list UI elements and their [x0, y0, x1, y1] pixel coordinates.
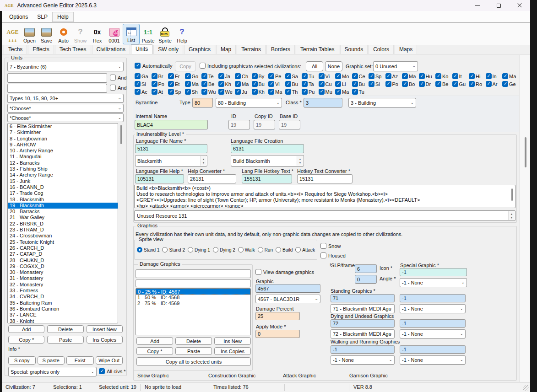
- damage-graphics-list[interactable]: 0 - 25 % - ID: 45671 - 50 % - ID: 45682 …: [136, 288, 251, 335]
- civ-toggle[interactable]: Dr: [419, 81, 436, 87]
- damage-list-item[interactable]: 2 - 75 % - ID: 4569: [136, 301, 250, 306]
- unit-action-button[interactable]: Ins Copies: [87, 336, 123, 344]
- panel-scrollbar-track[interactable]: [519, 55, 530, 382]
- damage-action-button[interactable]: Add: [136, 337, 173, 345]
- toolbar-paste-button[interactable]: 1:1 Paste: [140, 24, 157, 44]
- tab[interactable]: Terrain Tables: [296, 45, 339, 54]
- toolbar-show-button[interactable]: ? Show: [72, 24, 89, 44]
- and-checkbox-1[interactable]: And: [110, 75, 127, 81]
- slp-frame-field-1[interactable]: 6: [355, 264, 377, 273]
- unit-list-item[interactable]: 14 - Archery Range: [8, 172, 118, 178]
- walking-graphic-field-1[interactable]: -1: [331, 345, 395, 354]
- panel-scrollbar-thumb[interactable]: [525, 137, 526, 167]
- help-description-textarea[interactable]: Build <b>Blacksmith<b> (<cost>)Used to r…: [134, 185, 515, 208]
- toolbar-help-button[interactable]: ? Help: [174, 24, 190, 44]
- choose-dropdown-1[interactable]: *Choose*: [7, 104, 124, 113]
- unit-list-item[interactable]: 25 - Teutonic Knight: [8, 239, 118, 245]
- dying-graphic-field-1[interactable]: 72: [331, 319, 395, 328]
- civ-toggle[interactable]: Be: [201, 81, 218, 87]
- spinner-buttons[interactable]: [508, 211, 515, 220]
- including-graphics-checkbox[interactable]: Including graphics: [200, 63, 248, 69]
- unit-action-button[interactable]: S copy: [8, 356, 36, 365]
- dying-graphic-field-2[interactable]: -1: [400, 319, 466, 328]
- toolbar-save-button[interactable]: Save: [38, 24, 55, 44]
- special-mode-dropdown[interactable]: Special: graphics only: [8, 367, 97, 376]
- civ-toggle[interactable]: At: [152, 89, 168, 95]
- standing-graphic-field-2[interactable]: -1: [400, 294, 466, 302]
- unit-list-item[interactable]: 19 - Blacksmith: [8, 203, 118, 209]
- civ-toggle[interactable]: We: [218, 89, 235, 95]
- damage-action-button[interactable]: Copy *: [136, 347, 173, 355]
- unit-list-item[interactable]: 34 - CVRCH_D: [8, 294, 118, 300]
- unit-list-item[interactable]: 20 - Barracks: [8, 209, 118, 215]
- toolbar-list-button[interactable]: ↔ List: [123, 24, 140, 44]
- unit-list-item[interactable]: 11 - Mangudai: [8, 154, 118, 160]
- civ-toggle[interactable]: Bu: [352, 81, 369, 87]
- civ-toggle[interactable]: By: [252, 73, 269, 79]
- civ-toggle[interactable]: In: [486, 73, 503, 79]
- unit-action-button[interactable]: Exist: [66, 356, 94, 365]
- civ-toggle[interactable]: Et: [168, 81, 185, 87]
- civ-toggle[interactable]: Vi: [268, 81, 285, 87]
- damage-graphic-dropdown[interactable]: 4567 - BLAC3D1R: [255, 295, 320, 303]
- sprite-view-radio[interactable]: Dying 2: [213, 247, 235, 252]
- type-dropdown[interactable]: 80 - Building: [216, 98, 282, 107]
- unit-list-item[interactable]: 18 - Blacksmith: [8, 197, 118, 203]
- unit-action-button[interactable]: Wipe Out: [96, 356, 123, 365]
- unit-list-item[interactable]: 29 - COGXX_D: [8, 263, 118, 269]
- unit-list-item[interactable]: 21 - War Galley: [8, 215, 118, 220]
- civ-toggle[interactable]: Br: [152, 73, 168, 79]
- damage-percent-field[interactable]: 25: [255, 312, 300, 320]
- civ-toggle[interactable]: Si: [369, 81, 385, 87]
- unit-list-item[interactable]: 31 - Monastery: [8, 275, 118, 281]
- unit-list-item[interactable]: 36 - Bombard Cannon: [8, 306, 118, 312]
- unit-list-item[interactable]: 37 - LANCE: [8, 312, 118, 318]
- all-button[interactable]: All: [306, 61, 323, 71]
- housed-checkbox[interactable]: Housed: [320, 252, 346, 258]
- civ-toggle[interactable]: Bu: [285, 81, 302, 87]
- civ-toggle[interactable]: Wu: [201, 89, 218, 95]
- tab[interactable]: SW only: [153, 45, 183, 54]
- tab[interactable]: Graphics: [184, 45, 215, 54]
- dying-graphic-dropdown-1[interactable]: 72 - Blacksmith MEDI Age: [331, 329, 395, 338]
- civ-toggle[interactable]: Bo: [402, 81, 419, 87]
- toolbar-hex-button[interactable]: 0x Hex: [89, 24, 106, 44]
- civ-toggle[interactable]: Sp: [168, 89, 185, 95]
- tab[interactable]: Effects: [28, 45, 54, 54]
- unit-list-item[interactable]: 13 - Fishing Ship: [8, 166, 118, 172]
- civ-toggle[interactable]: Ma: [502, 73, 519, 79]
- civ-toggle[interactable]: Mu: [319, 89, 336, 95]
- civ-toggle[interactable]: Sl: [135, 81, 152, 87]
- unit-list-item[interactable]: 28 - CHUKN_D: [8, 258, 118, 263]
- tab[interactable]: Colors: [369, 45, 394, 54]
- tab[interactable]: Tech Trees: [55, 45, 91, 54]
- damage-filter-input-2[interactable]: [136, 279, 251, 287]
- civ-toggle[interactable]: Ma: [268, 89, 285, 95]
- language-file-help-field[interactable]: 105131: [135, 174, 184, 183]
- civ-toggle[interactable]: Az: [385, 73, 402, 79]
- sprite-view-radio[interactable]: Stand 2: [162, 247, 184, 252]
- unit-action-button[interactable]: Delete: [47, 325, 83, 333]
- unit-list-item[interactable]: 26 - CARCH_D: [8, 245, 118, 251]
- civ-toggle[interactable]: Be: [435, 81, 452, 87]
- civ-toggle[interactable]: Cu: [319, 81, 336, 87]
- civ-toggle[interactable]: Po: [385, 81, 402, 87]
- toolbar-age-button[interactable]: AGE +++: [4, 24, 21, 44]
- civ-toggle[interactable]: Hi: [469, 73, 486, 79]
- and-checkbox-2[interactable]: And: [110, 85, 127, 91]
- unit-list-item[interactable]: 30 - Monastery: [8, 269, 118, 275]
- unit-list-item[interactable]: 15 - Junk: [8, 178, 118, 184]
- unit-list-item[interactable]: 16 - BCANN_D: [8, 184, 118, 190]
- standing-graphic-field-1[interactable]: 71: [331, 294, 395, 302]
- tab[interactable]: Terrains: [237, 45, 266, 54]
- language-file-name-field[interactable]: 5131: [135, 144, 207, 153]
- all-civs-checkbox[interactable]: All civs *: [99, 368, 126, 374]
- spinner-buttons[interactable]: [297, 156, 303, 166]
- civ-toggle[interactable]: Ch: [235, 73, 252, 79]
- menu-item[interactable]: SLP: [33, 12, 52, 21]
- tab[interactable]: Civilizations: [92, 45, 130, 54]
- tab[interactable]: Maps: [395, 45, 417, 54]
- civ-toggle[interactable]: Hu: [419, 73, 436, 79]
- civ-toggle[interactable]: Pu: [302, 89, 319, 95]
- damage-action-button[interactable]: Paste: [175, 347, 212, 355]
